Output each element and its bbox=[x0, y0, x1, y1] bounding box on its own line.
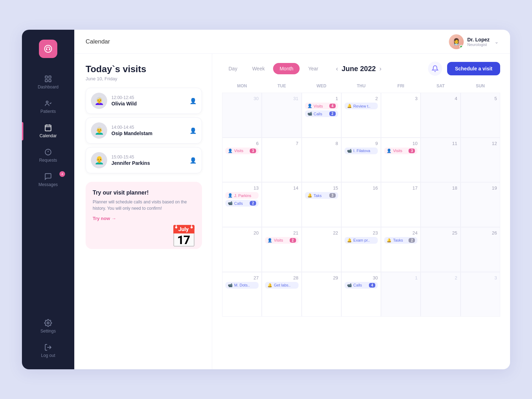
cal-cell-jun30[interactable]: 30 📹 Calls 4 bbox=[341, 272, 381, 317]
tasks-icon: 🔔 bbox=[307, 193, 312, 198]
cal-cell-jun23[interactable]: 23 🔔 Exam pr.. bbox=[341, 227, 381, 272]
user-menu[interactable]: 👩‍⚕️ Dr. Lopez Neurologist ⌄ bbox=[449, 34, 499, 49]
event-parkins[interactable]: 👤 J. Parkins bbox=[225, 192, 259, 199]
planner-title: Try our visit planner! bbox=[93, 190, 195, 196]
event-tasks[interactable]: 🔔 Taks 3 bbox=[305, 192, 338, 199]
weekday-tue: TUE bbox=[262, 82, 301, 91]
calls-icon: 📹 bbox=[347, 283, 352, 288]
cal-cell-jul1[interactable]: 1 bbox=[381, 272, 421, 317]
schedule-visit-button[interactable]: Schedule a visit bbox=[447, 62, 500, 75]
cal-cell-jun12[interactable]: 12 bbox=[461, 138, 500, 183]
visit-name-1: Olivia Wild bbox=[111, 101, 185, 106]
user-name: Dr. Lopez bbox=[467, 37, 490, 42]
planner-illustration: 📅 bbox=[170, 224, 197, 249]
visit-avatar-3: 👨‍🦲 bbox=[91, 152, 107, 168]
tab-day[interactable]: Day bbox=[222, 63, 244, 74]
cal-cell-jun7[interactable]: 7 bbox=[262, 138, 301, 183]
cal-cell-jun1[interactable]: 1 👤 Visits 4 📹 Calls 2 bbox=[302, 93, 341, 138]
planner-card: Try our visit planner! Planner will sche… bbox=[86, 182, 202, 249]
tab-month[interactable]: Month bbox=[273, 63, 300, 74]
cal-cell-jun10[interactable]: 10 👤 Visits 3 bbox=[381, 138, 421, 183]
cal-cell-jun22[interactable]: 22 bbox=[302, 227, 341, 272]
event-label: Tasks bbox=[393, 238, 403, 242]
visits-icon: 👤 bbox=[307, 104, 312, 108]
day-number: 5 bbox=[464, 96, 497, 101]
calendar-header: Day Week Month Year ‹ June 2022 › bbox=[222, 62, 500, 76]
review-icon: 🔔 bbox=[347, 104, 352, 108]
prev-month-button[interactable]: ‹ bbox=[336, 65, 338, 73]
calls-icon: 📹 bbox=[228, 283, 233, 288]
sidebar-item-patients[interactable]: Patients bbox=[22, 95, 74, 118]
cal-cell-jun18[interactable]: 18 bbox=[421, 182, 460, 227]
cal-cell-may31[interactable]: 31 bbox=[262, 93, 301, 138]
event-visits[interactable]: 👤 Visits 3 bbox=[225, 148, 259, 154]
event-label: Visits bbox=[234, 149, 243, 153]
event-calls[interactable]: 📹 Calls 2 bbox=[305, 110, 338, 117]
cal-cell-jun8[interactable]: 8 bbox=[302, 138, 341, 183]
sidebar-item-requests[interactable]: Requests bbox=[22, 144, 74, 167]
event-getlabs[interactable]: 🔔 Get labs.. bbox=[265, 282, 298, 289]
event-tasks[interactable]: 🔔 Tasks 2 bbox=[384, 237, 417, 244]
cal-cell-jun24[interactable]: 24 🔔 Tasks 2 bbox=[381, 227, 421, 272]
event-badge: 3 bbox=[250, 149, 256, 153]
day-number: 23 bbox=[345, 230, 378, 236]
sidebar-item-dashboard[interactable]: Dashboard bbox=[22, 71, 74, 94]
cal-cell-jun6[interactable]: 6 👤 Visits 3 bbox=[222, 138, 262, 183]
cal-cell-jun11[interactable]: 11 bbox=[421, 138, 460, 183]
cal-events: 📹 Calls 4 bbox=[345, 282, 378, 289]
cal-cell-jun4[interactable]: 4 bbox=[421, 93, 460, 138]
day-number: 30 bbox=[345, 275, 378, 281]
cal-cell-jul3[interactable]: 3 bbox=[461, 272, 500, 317]
visit-card-2[interactable]: 👨‍🦳 14:00-14:45 Osip Mandelstam 👤 bbox=[86, 117, 202, 144]
cal-cell-jun2[interactable]: 2 🔔 Review t.. bbox=[341, 93, 381, 138]
event-visits[interactable]: 👤 Visits 3 bbox=[384, 148, 417, 154]
cal-cell-jun27[interactable]: 27 📹 M. Dots.. bbox=[222, 272, 262, 317]
event-visits[interactable]: 👤 Visits 2 bbox=[265, 237, 298, 244]
cal-cell-jun13[interactable]: 13 👤 J. Parkins 📹 Calls 2 bbox=[222, 182, 262, 227]
cal-cell-jul2[interactable]: 2 bbox=[421, 272, 460, 317]
cal-cell-jun3[interactable]: 3 bbox=[381, 93, 421, 138]
calendar-days: 30 31 1 👤 Visits 4 📹 bbox=[222, 93, 500, 362]
cal-cell-jun21[interactable]: 21 👤 Visits 2 bbox=[262, 227, 301, 272]
cal-cell-jun14[interactable]: 14 bbox=[262, 182, 301, 227]
visit-card-1[interactable]: 👩‍🦳 12:00-12:45 Olivia Wild 👤 bbox=[86, 88, 202, 114]
event-calls[interactable]: 📹 Calls 2 bbox=[225, 200, 259, 207]
tab-year[interactable]: Year bbox=[302, 63, 324, 74]
event-label: Visits bbox=[314, 104, 323, 108]
planner-link[interactable]: Try now → bbox=[93, 216, 195, 221]
event-review[interactable]: 🔔 Review t.. bbox=[345, 103, 378, 109]
calls-icon: 📹 bbox=[347, 149, 352, 153]
cal-cell-jun26[interactable]: 26 bbox=[461, 227, 500, 272]
sidebar-item-settings[interactable]: Settings bbox=[22, 315, 74, 338]
planner-link-text: Try now bbox=[93, 216, 110, 221]
event-visits[interactable]: 👤 Visits 4 bbox=[305, 103, 338, 109]
cal-cell-jun25[interactable]: 25 bbox=[421, 227, 460, 272]
visit-card-3[interactable]: 👨‍🦲 15:00-15:45 Jennifer Parkins 👤 bbox=[86, 147, 202, 173]
cal-cell-jun29[interactable]: 29 bbox=[302, 272, 341, 317]
svg-rect-8 bbox=[45, 125, 51, 131]
tab-week[interactable]: Week bbox=[246, 63, 271, 74]
event-exam[interactable]: 🔔 Exam pr.. bbox=[345, 237, 378, 244]
day-number: 20 bbox=[225, 230, 259, 236]
cal-cell-jun17[interactable]: 17 bbox=[381, 182, 421, 227]
cal-cell-jun5[interactable]: 5 bbox=[461, 93, 500, 138]
calendar-grid: MON TUE WED THU FRI SAT SUN 30 31 1 bbox=[222, 82, 500, 362]
next-month-button[interactable]: › bbox=[379, 65, 381, 73]
cal-cell-may30[interactable]: 30 bbox=[222, 93, 262, 138]
sidebar-item-calendar[interactable]: Calendar bbox=[22, 120, 74, 143]
event-calls[interactable]: 📹 Calls 4 bbox=[345, 282, 378, 289]
cal-cell-jun9[interactable]: 9 📹 I. Filatova bbox=[341, 138, 381, 183]
user-info: Dr. Lopez Neurologist bbox=[467, 37, 490, 47]
cal-cell-jun19[interactable]: 19 bbox=[461, 182, 500, 227]
cal-cell-jun28[interactable]: 28 🔔 Get labs.. bbox=[262, 272, 301, 317]
event-filatova[interactable]: 📹 I. Filatova bbox=[345, 148, 378, 154]
cal-cell-jun15[interactable]: 15 🔔 Taks 3 bbox=[302, 182, 341, 227]
sidebar-item-logout[interactable]: Log out bbox=[22, 339, 74, 362]
cal-cell-jun20[interactable]: 20 bbox=[222, 227, 262, 272]
event-mdots[interactable]: 📹 M. Dots.. bbox=[225, 282, 259, 289]
notifications-button[interactable] bbox=[428, 62, 442, 76]
visit-time-1: 12:00-12:45 bbox=[111, 95, 185, 100]
cal-cell-jun16[interactable]: 16 bbox=[341, 182, 381, 227]
sidebar: Dashboard Patients Calendar Requests 4 M bbox=[22, 30, 74, 369]
sidebar-item-messages[interactable]: 4 Messages bbox=[22, 168, 74, 191]
